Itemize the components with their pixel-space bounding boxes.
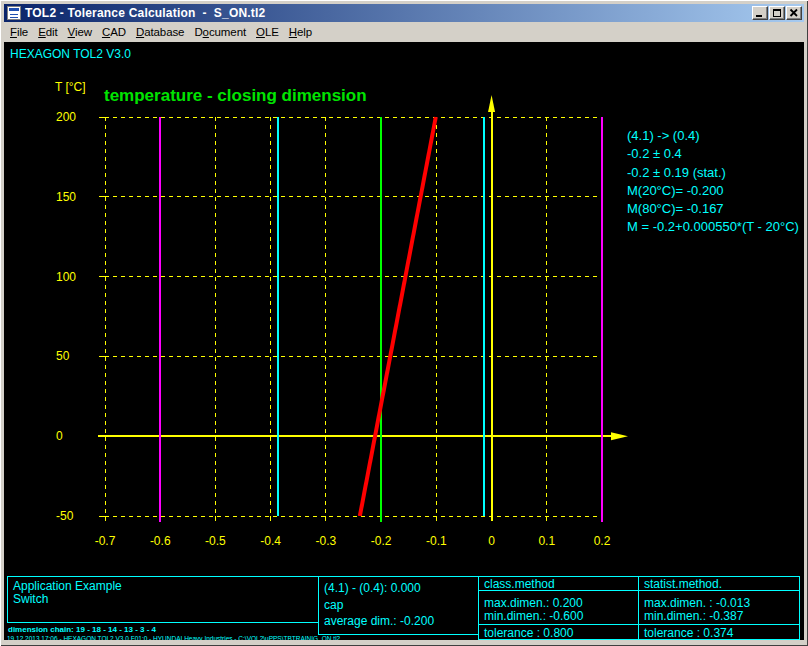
file-info-status: 19.12.2013 17:06 - HEXAGON TOL2 V3.0 F01… <box>7 635 477 640</box>
y-tick-label: -50 <box>56 509 74 523</box>
app-window: TOL2 - Tolerance Calculation - S_ON.tl2 … <box>0 0 808 646</box>
annotation-line: M(80°C)= -0.167 <box>627 200 799 218</box>
class-method-header: class.method <box>479 577 638 591</box>
menu-bar: FileEditViewCADDatabaseDocumentOLEHelp <box>4 22 804 42</box>
chart-area: -0.7-0.6-0.5-0.4-0.3-0.2-0.100.10.220015… <box>4 42 804 640</box>
x-tick-label: -0.2 <box>371 534 392 548</box>
x-tick-label: 0.2 <box>594 534 611 548</box>
y-axis-arrow <box>488 95 495 112</box>
project-title: Application Example <box>13 580 318 593</box>
x-tick-label: -0.4 <box>260 534 281 548</box>
menu-edit[interactable]: Edit <box>33 24 62 40</box>
app-version-header: HEXAGON TOL2 V3.0 <box>10 47 131 61</box>
project-panel: Application Example Switch <box>7 576 319 623</box>
maximize-icon <box>772 8 782 18</box>
statist-tolerance: tolerance : 0.374 <box>639 624 799 639</box>
menu-file[interactable]: File <box>5 24 33 40</box>
statist-min-dimension: min.dimen.: -0.387 <box>644 610 799 623</box>
y-tick-label: 50 <box>56 349 70 363</box>
annotation-line: -0.2 ± 0.4 <box>627 145 799 163</box>
minimize-button[interactable] <box>752 6 768 20</box>
y-tick-label: 100 <box>56 270 76 284</box>
average-dimension: average dim.: -0.200 <box>324 613 478 630</box>
close-button[interactable] <box>786 6 802 20</box>
x-tick-label: 0.1 <box>538 534 555 548</box>
x-tick-label: -0.3 <box>316 534 337 548</box>
chart-title: temperature - closing dimension <box>104 86 367 106</box>
class-method-panel: class.method max.dimen.: 0.200 min.dimen… <box>478 576 639 640</box>
dimension-chain-status: dimension chain: 19 - 18 - 14 - 13 - 3 -… <box>8 625 308 634</box>
menu-document[interactable]: Document <box>189 24 251 40</box>
class-min-dimension: min.dimen.: -0.600 <box>484 610 638 623</box>
close-icon <box>789 8 799 18</box>
minimize-icon <box>755 8 765 18</box>
closing-dimension-panel: (4.1) - (0.4): 0.000 cap average dim.: -… <box>318 576 479 635</box>
thermal-dimension-M <box>360 117 436 516</box>
class-tolerance: tolerance : 0.800 <box>479 624 638 639</box>
annotation-line: (4.1) -> (0.4) <box>627 127 799 145</box>
menu-help[interactable]: Help <box>284 24 317 40</box>
window-title: TOL2 - Tolerance Calculation - S_ON.tl2 <box>25 6 265 20</box>
x-tick-label: -0.6 <box>150 534 171 548</box>
x-tick-label: -0.7 <box>95 534 116 548</box>
x-tick-label: -0.5 <box>205 534 226 548</box>
annotation-line: M(20°C)= -0.200 <box>627 182 799 200</box>
statist-method-panel: statist.method. max.dimen. : -0.013 min.… <box>638 576 800 640</box>
annotation-line: -0.2 ± 0.19 (stat.) <box>627 164 799 182</box>
annotation-line: M = -0.2+0.000550*(T - 20°C) <box>627 218 799 236</box>
y-tick-label: 0 <box>56 429 63 443</box>
x-tick-label: -0.1 <box>426 534 447 548</box>
title-bar: TOL2 - Tolerance Calculation - S_ON.tl2 <box>4 4 804 22</box>
y-tick-label: 150 <box>56 190 76 204</box>
y-tick-label: 200 <box>56 110 76 124</box>
dimension-equation: (4.1) - (0.4): 0.000 <box>324 580 478 597</box>
maximize-button[interactable] <box>769 6 785 20</box>
project-subtitle: Switch <box>13 593 318 606</box>
app-icon[interactable] <box>7 6 21 20</box>
x-axis-arrow <box>611 432 628 440</box>
statist-method-header: statist.method. <box>639 577 799 591</box>
annotation-block: (4.1) -> (0.4)-0.2 ± 0.4-0.2 ± 0.19 (sta… <box>627 127 799 237</box>
menu-database[interactable]: Database <box>131 24 189 40</box>
menu-view[interactable]: View <box>63 24 97 40</box>
dimension-name: cap <box>324 597 478 614</box>
y-axis-title: T [°C] <box>55 80 86 94</box>
menu-ole[interactable]: OLE <box>251 24 284 40</box>
menu-cad[interactable]: CAD <box>97 24 131 40</box>
x-tick-label: 0 <box>488 534 495 548</box>
